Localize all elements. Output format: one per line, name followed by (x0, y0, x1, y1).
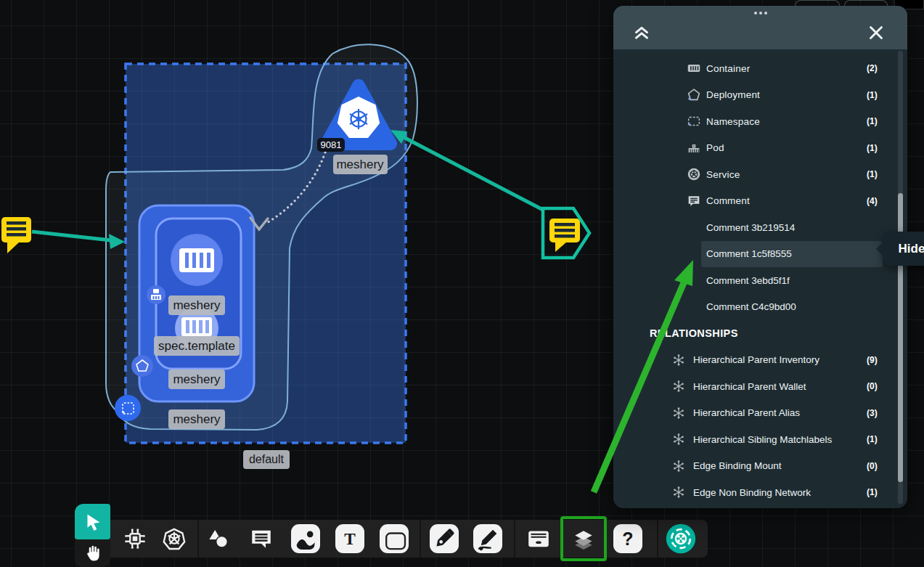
comment-tool-button[interactable] (248, 525, 275, 552)
shapes-tool-button[interactable] (205, 525, 232, 552)
component-type-label: Comment (706, 195, 867, 206)
relationship-label: Hierarchical Parent Wallet (693, 381, 867, 392)
toolbar-divider (197, 520, 199, 558)
component-type-label: Container (706, 63, 867, 74)
components-list: Container (2) Deployment (1) Namespace (… (613, 55, 907, 214)
relationship-count-badge: (9) (867, 355, 899, 365)
toolbar-divider (420, 520, 421, 558)
pan-tool-button[interactable] (75, 539, 110, 567)
comment-item-label: Comment 1c5f8555 (706, 248, 792, 259)
relationship-icon (671, 406, 686, 420)
component-type-row[interactable]: Container (2) (613, 55, 907, 82)
component-type-label: Pod (706, 142, 867, 153)
component-count-badge: (1) (867, 143, 899, 153)
comment-list-item[interactable]: Comment 1c5f8555 (701, 241, 883, 268)
comment-item-label: Comment 3b219514 (706, 222, 795, 233)
relationship-count-badge: (1) (867, 487, 899, 497)
comment-item-label: Comment C4c9bd00 (706, 301, 796, 312)
kubernetes-tool-button[interactable] (160, 525, 188, 552)
meshery-design-canvas: 9081 meshery meshery spec.template meshe… (0, 0, 924, 567)
image-tool-button[interactable] (291, 524, 320, 553)
comments-list: Comment 3b219514 Comment 1c5f8555 Commen… (613, 214, 907, 320)
component-type-icon (686, 166, 702, 182)
relationship-count-badge: (0) (867, 381, 899, 391)
component-type-icon (686, 193, 702, 209)
bottom-toolbar: T ? (75, 520, 708, 558)
component-type-icon (686, 87, 702, 103)
collapse-panel-button[interactable] (631, 21, 653, 43)
component-type-row[interactable]: Pod (1) (613, 135, 907, 162)
comment-list-item[interactable]: Comment 3ebd5f1f (701, 267, 883, 294)
relationship-row[interactable]: Hierarchical Parent Wallet (0) (613, 373, 907, 400)
relationship-label: Hierarchical Parent Alias (693, 407, 867, 418)
relationship-label: Hierarchical Sibling Matchlabels (693, 434, 867, 445)
relationship-row[interactable]: Edge Binding Mount (0) (613, 453, 907, 480)
elements-panel: Container (2) Deployment (1) Namespace (… (613, 6, 907, 508)
relationship-row[interactable]: Hierarchical Sibling Matchlabels (1) (613, 426, 907, 453)
component-type-row[interactable]: Namespace (1) (613, 108, 907, 135)
component-count-badge: (4) (867, 196, 899, 206)
component-type-icon (686, 113, 702, 129)
component-type-icon (686, 60, 702, 76)
comment-item-label: Comment 3ebd5f1f (706, 275, 790, 286)
relationship-label: Edge Binding Mount (693, 460, 867, 471)
component-type-icon (686, 140, 702, 156)
component-type-row[interactable]: Comment (4) (613, 188, 907, 215)
component-type-label: Deployment (706, 89, 867, 100)
layers-tool-button[interactable] (570, 525, 597, 552)
relationship-row[interactable]: Edge Non Binding Network (1) (613, 479, 907, 506)
component-count-badge: (1) (867, 116, 899, 126)
select-tool-button[interactable] (75, 504, 110, 539)
relationship-icon (671, 353, 686, 367)
meshery-logo-button[interactable] (665, 523, 697, 555)
component-tool-button[interactable] (121, 525, 149, 552)
toolbar-divider (657, 520, 658, 558)
relationship-count-badge: (1) (867, 434, 899, 444)
comment-list-item[interactable]: Comment C4c9bd00 (701, 294, 883, 321)
close-panel-button[interactable] (865, 22, 887, 44)
component-count-badge: (1) (867, 90, 899, 100)
help-tool-button[interactable]: ? (613, 524, 642, 553)
relationships-list: Hierarchical Parent Inventory (9) Hierar… (613, 347, 907, 506)
panel-body: Container (2) Deployment (1) Namespace (… (613, 49, 907, 506)
relationship-count-badge: (0) (867, 461, 899, 471)
relationship-row[interactable]: Hierarchical Parent Inventory (9) (613, 347, 907, 374)
svg-text:?: ? (622, 529, 633, 549)
relationship-label: Hierarchical Parent Inventory (693, 354, 867, 365)
card-tool-button[interactable] (380, 524, 409, 553)
text-tool-button[interactable]: T (335, 524, 364, 553)
relationship-icon (671, 432, 686, 446)
component-count-badge: (2) (867, 63, 899, 73)
component-type-label: Namespace (706, 116, 867, 127)
drawer-tool-button[interactable] (525, 525, 552, 552)
component-type-row[interactable]: Deployment (1) (613, 82, 907, 109)
relationship-row[interactable]: Hierarchical Parent Alias (3) (613, 400, 907, 427)
comment-list-item[interactable]: Comment 3b219514 (701, 214, 883, 241)
relationship-label: Edge Non Binding Network (693, 487, 867, 498)
pencil-tool-button[interactable] (473, 524, 502, 553)
component-type-row[interactable]: Service (1) (613, 161, 907, 188)
hide-tooltip: Hide (883, 232, 924, 266)
panel-header[interactable] (613, 6, 907, 49)
relationship-count-badge: (3) (867, 408, 899, 418)
component-count-badge: (1) (867, 169, 899, 179)
pen-tool-button[interactable] (430, 524, 459, 553)
relationship-icon (671, 379, 686, 393)
panel-scrollbar[interactable] (898, 51, 903, 504)
svg-text:T: T (344, 529, 356, 548)
drag-handle-icon[interactable] (750, 9, 772, 17)
relationship-icon (671, 459, 686, 473)
relationship-icon (671, 485, 686, 499)
component-type-label: Service (706, 169, 867, 180)
toolbar-divider (514, 520, 515, 558)
relationships-section-title: RELATIONSHIPS (613, 320, 907, 347)
